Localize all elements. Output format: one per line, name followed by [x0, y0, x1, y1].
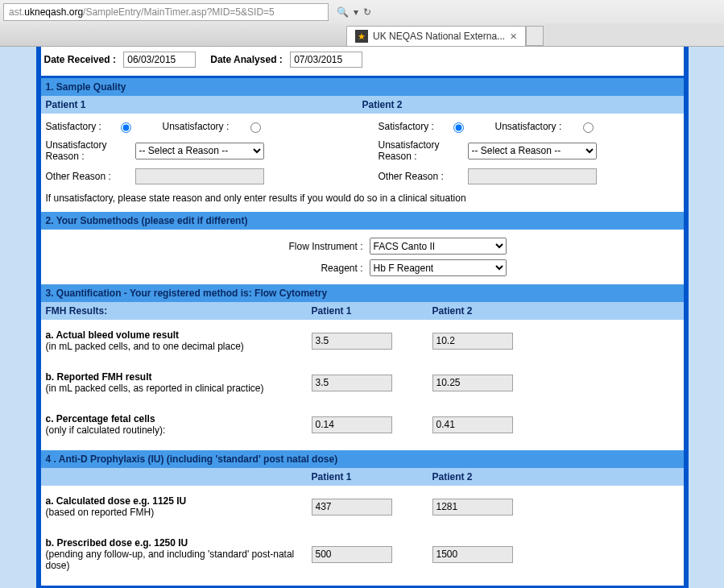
p1-reason-select[interactable]: -- Select a Reason -- — [135, 143, 264, 159]
new-tab-button[interactable] — [526, 26, 544, 46]
address-bar: ast.ukneqash.org/SampleEntry/MainTimer.a… — [0, 0, 724, 23]
flow-instrument-select[interactable]: FACS Canto II — [370, 238, 507, 255]
url-path: /SampleEntry/MainTimer.asp?MID=5&SID=5 — [83, 6, 275, 18]
section4-header: 4 . Anti-D Prophylaxis (IU) (including '… — [41, 450, 684, 468]
dates-row: Date Received : Date Analysed : — [41, 47, 684, 76]
fmh-p1-input[interactable] — [312, 416, 392, 433]
date-analysed-label: Date Analysed : — [210, 54, 283, 65]
fmh-p2-input[interactable] — [432, 416, 513, 433]
section1-patient-header: Patient 1 Patient 2 — [41, 96, 684, 114]
p2-reason-label: Unsatisfactory Reason : — [379, 139, 463, 162]
tab-close-icon[interactable]: ✕ — [510, 31, 517, 42]
antid-row: a. Calculated dose e.g. 1125 IU(based on… — [46, 495, 679, 518]
antid-row: b. Prescribed dose e.g. 1250 IU(pending … — [46, 537, 679, 571]
fmh-p1-input[interactable] — [312, 375, 392, 391]
fmh-p2-input[interactable] — [432, 333, 513, 350]
patient1-label: Patient 1 — [46, 99, 362, 110]
p1-satisfactory-label: Satisfactory : — [46, 121, 101, 132]
flow-label: Flow Instrument : — [218, 241, 363, 252]
url-input[interactable]: ast.ukneqash.org/SampleEntry/MainTimer.a… — [3, 3, 329, 21]
p2-unsatisfactory-label: Unsatisfactory : — [495, 121, 562, 132]
p2-satisfactory-label: Satisfactory : — [379, 121, 434, 132]
fmh-results-table: FMH Results: Patient 1 Patient 2 a. Actu… — [41, 302, 684, 450]
fmh-header-left: FMH Results: — [46, 305, 312, 317]
search-icon[interactable]: 🔍 — [337, 6, 349, 18]
fmh-label: b. Reported FMH result(in mL packed cell… — [46, 371, 312, 394]
fmh-p1-input[interactable] — [312, 333, 392, 350]
antid-label: a. Calculated dose e.g. 1125 IU(based on… — [46, 495, 312, 518]
antid-header-left — [46, 471, 312, 482]
url-domain: ukneqash.org — [24, 6, 83, 18]
p2-unsatisfactory-radio[interactable] — [583, 122, 594, 133]
fmh-row: c. Percentage fetal cells(only if calcul… — [46, 413, 679, 436]
fmh-header-p1: Patient 1 — [312, 305, 432, 317]
section2-header: 2. Your Submethods (please edit if diffe… — [41, 212, 684, 230]
browser-chrome: ast.ukneqash.org/SampleEntry/MainTimer.a… — [0, 0, 724, 47]
sample-quality-grid: Satisfactory : Unsatisfactory : Unsatisf… — [41, 114, 684, 193]
antid-p1-input[interactable] — [312, 546, 392, 563]
p1-unsatisfactory-label: Unsatisfactory : — [163, 121, 230, 132]
tab-title: UK NEQAS National Externa... — [373, 31, 505, 42]
antid-header-p1: Patient 1 — [312, 471, 432, 482]
reagent-select[interactable]: Hb F Reagent — [370, 259, 507, 276]
fmh-row: b. Reported FMH result(in mL packed cell… — [46, 371, 679, 394]
date-received-input[interactable] — [123, 52, 196, 68]
form-container: Date Received : Date Analysed : 1. Sampl… — [36, 47, 689, 588]
p2-other-label: Other Reason : — [379, 171, 463, 182]
tab-strip: ★ UK NEQAS National Externa... ✕ — [0, 23, 724, 46]
refresh-icon[interactable]: ↻ — [363, 6, 371, 18]
antid-p2-input[interactable] — [432, 546, 513, 563]
antid-p2-input[interactable] — [432, 499, 513, 516]
date-received-label: Date Received : — [44, 54, 116, 65]
antid-header-p2: Patient 2 — [432, 471, 553, 482]
p2-other-input[interactable] — [468, 168, 597, 184]
tab-spacer-left — [0, 23, 344, 46]
patient2-label: Patient 2 — [362, 99, 679, 110]
p1-satisfactory-radio[interactable] — [121, 122, 131, 133]
reagent-label: Reagent : — [218, 263, 363, 274]
antid-label: b. Prescribed dose e.g. 1250 IU(pending … — [46, 537, 312, 571]
favicon-star-icon: ★ — [355, 30, 368, 43]
fmh-row: a. Actual bleed volume result(in mL pack… — [46, 329, 679, 352]
section1-header: 1. Sample Quality — [41, 78, 684, 96]
antid-table: Patient 1 Patient 2 a. Calculated dose e… — [41, 468, 684, 586]
page-frame: Date Received : Date Analysed : 1. Sampl… — [0, 47, 724, 588]
p1-other-input[interactable] — [135, 168, 264, 184]
separator: ▾ — [354, 6, 358, 18]
antid-p1-input[interactable] — [312, 499, 392, 516]
p1-reason-label: Unsatisfactory Reason : — [46, 139, 130, 162]
p2-reason-select[interactable]: -- Select a Reason -- — [468, 143, 597, 159]
p1-other-label: Other Reason : — [46, 171, 130, 182]
fmh-p2-input[interactable] — [432, 375, 513, 391]
quality-note: If unsatisfactory, please state reason a… — [41, 193, 684, 212]
date-analysed-input[interactable] — [290, 52, 362, 68]
p1-unsatisfactory-radio[interactable] — [250, 122, 261, 133]
url-prefix: ast. — [9, 6, 24, 18]
browser-tab-active[interactable]: ★ UK NEQAS National Externa... ✕ — [346, 26, 526, 46]
fmh-label: c. Percentage fetal cells(only if calcul… — [46, 413, 312, 436]
p2-satisfactory-radio[interactable] — [453, 122, 464, 133]
section3-header: 3. Quantification - Your registered meth… — [41, 284, 684, 302]
fmh-label: a. Actual bleed volume result(in mL pack… — [46, 329, 312, 352]
fmh-header-p2: Patient 2 — [432, 305, 553, 317]
